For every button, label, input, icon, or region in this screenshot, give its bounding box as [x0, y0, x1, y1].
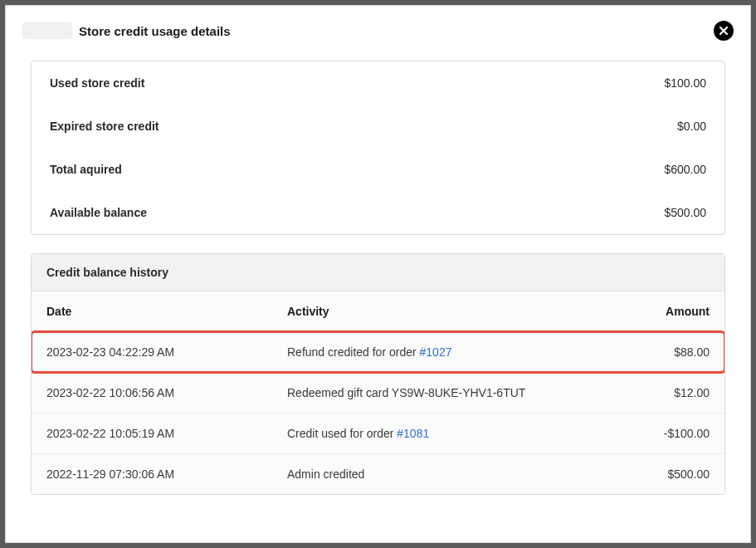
activity-text: Admin credited — [287, 467, 364, 481]
table-row: 2023-02-22 10:06:56 AMRedeemed gift card… — [32, 372, 724, 413]
history-card: Credit balance history Date Activity Amo… — [31, 253, 725, 495]
row-amount: $12.00 — [618, 386, 710, 399]
summary-row-expired: Expired store credit $0.00 — [32, 105, 724, 148]
summary-label-used: Used store credit — [50, 76, 144, 90]
row-date: 2023-02-22 10:06:56 AM — [46, 386, 287, 399]
activity-text: Refund credited for order — [287, 345, 420, 359]
row-date: 2023-02-23 04:22:29 AM — [46, 345, 287, 359]
summary-value-expired: $0.00 — [677, 120, 706, 133]
table-row: 2023-02-22 10:05:19 AMCredit used for or… — [32, 413, 724, 453]
summary-label-available: Available balance — [50, 206, 147, 219]
summary-label-expired: Expired store credit — [50, 120, 159, 133]
column-header-activity: Activity — [287, 305, 618, 318]
summary-value-used: $100.00 — [664, 76, 706, 90]
modal-title-wrap: Store credit usage details — [22, 22, 231, 39]
summary-value-acquired: $600.00 — [664, 163, 706, 176]
row-activity: Refund credited for order #1027 — [287, 345, 618, 359]
app-badge — [22, 22, 72, 39]
history-section-title: Credit balance history — [32, 254, 724, 291]
close-icon[interactable] — [714, 21, 734, 41]
row-date: 2023-02-22 10:05:19 AM — [46, 427, 287, 440]
summary-row-available: Available balance $500.00 — [32, 191, 724, 234]
summary-value-available: $500.00 — [664, 206, 706, 219]
row-amount: $500.00 — [618, 467, 710, 481]
order-link[interactable]: #1027 — [420, 345, 452, 359]
modal-title: Store credit usage details — [79, 24, 231, 38]
activity-text: Credit used for order — [287, 427, 397, 440]
summary-label-acquired: Total aquired — [50, 163, 122, 176]
row-activity: Credit used for order #1081 — [287, 427, 618, 440]
table-row: 2023-02-23 04:22:29 AMRefund credited fo… — [32, 331, 724, 372]
summary-row-used: Used store credit $100.00 — [32, 61, 724, 105]
history-body: 2023-02-23 04:22:29 AMRefund credited fo… — [32, 331, 724, 494]
row-activity: Admin credited — [287, 467, 618, 481]
history-columns: Date Activity Amount — [32, 291, 724, 331]
row-amount: $88.00 — [618, 345, 710, 359]
store-credit-modal: Store credit usage details Used store cr… — [5, 5, 751, 543]
activity-text: Redeemed gift card YS9W-8UKE-YHV1-6TUT — [287, 386, 525, 399]
row-amount: -$100.00 — [618, 427, 710, 440]
row-date: 2022-11-29 07:30:06 AM — [46, 467, 287, 481]
table-row: 2022-11-29 07:30:06 AMAdmin credited$500… — [32, 453, 724, 494]
order-link[interactable]: #1081 — [397, 427, 429, 440]
row-activity: Redeemed gift card YS9W-8UKE-YHV1-6TUT — [287, 386, 618, 399]
modal-header: Store credit usage details — [22, 21, 734, 41]
column-header-date: Date — [46, 305, 287, 318]
summary-row-acquired: Total aquired $600.00 — [32, 148, 724, 191]
summary-card: Used store credit $100.00 Expired store … — [31, 61, 725, 235]
column-header-amount: Amount — [618, 305, 710, 318]
